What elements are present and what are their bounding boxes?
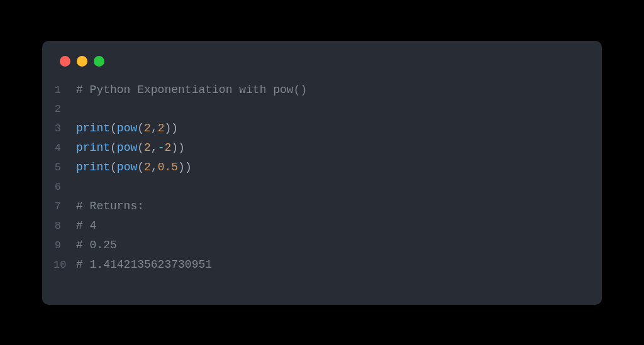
- token-punc: (: [110, 161, 117, 173]
- token-punc: (: [137, 122, 144, 134]
- code-content: # 1.4142135623730951: [76, 255, 212, 275]
- token-punc: ,: [151, 122, 158, 134]
- token-number: 2: [144, 161, 151, 173]
- token-number: 0.5: [158, 161, 178, 173]
- token-punc: ,: [151, 141, 158, 154]
- token-punc: (: [110, 122, 117, 134]
- code-content: # 4: [76, 216, 96, 236]
- code-line: 8# 4: [53, 216, 584, 236]
- code-line: 7# Returns:: [53, 197, 584, 216]
- window-titlebar: [42, 56, 602, 80]
- code-line: 9# 0.25: [53, 236, 584, 255]
- token-comment: # 0.25: [76, 239, 117, 251]
- line-number: 10: [53, 256, 76, 274]
- code-line: 3print(pow(2,2)): [53, 119, 584, 138]
- token-op: -: [158, 141, 165, 154]
- line-number: 2: [53, 100, 76, 118]
- code-window: 1# Python Exponentiation with pow()2 3pr…: [42, 41, 602, 305]
- token-builtin: pow: [117, 122, 137, 134]
- code-content: # Python Exponentiation with pow(): [76, 80, 307, 100]
- code-line: 4print(pow(2,-2)): [53, 138, 584, 158]
- token-comment: # Python Exponentiation with pow(): [76, 84, 307, 96]
- line-number: 6: [53, 178, 76, 196]
- line-number: 4: [53, 139, 76, 157]
- line-number: 8: [53, 217, 76, 235]
- token-punc: (: [110, 141, 117, 154]
- code-content: [76, 177, 83, 197]
- token-punc: (: [137, 161, 144, 173]
- line-number: 3: [53, 119, 76, 138]
- token-number: 2: [164, 141, 171, 154]
- token-number: 2: [158, 122, 165, 134]
- code-content: # Returns:: [76, 197, 144, 216]
- code-editor: 1# Python Exponentiation with pow()2 3pr…: [42, 80, 602, 275]
- line-number: 9: [53, 236, 76, 255]
- zoom-icon[interactable]: [94, 56, 104, 67]
- code-content: print(pow(2,2)): [76, 119, 178, 138]
- line-number: 5: [53, 158, 76, 177]
- code-content: # 0.25: [76, 236, 117, 255]
- token-punc: )): [164, 122, 178, 134]
- token-builtin: pow: [117, 161, 137, 173]
- line-number: 7: [53, 197, 76, 216]
- code-content: print(pow(2,-2)): [76, 138, 185, 158]
- code-content: [76, 99, 83, 119]
- token-punc: )): [178, 161, 192, 173]
- token-punc: )): [171, 141, 185, 154]
- code-line: 6: [53, 177, 584, 197]
- code-content: print(pow(2,0.5)): [76, 158, 192, 177]
- minimize-icon[interactable]: [77, 56, 87, 67]
- token-comment: # 1.4142135623730951: [76, 258, 212, 271]
- token-builtin: pow: [117, 141, 137, 154]
- token-builtin: print: [76, 122, 110, 134]
- token-builtin: print: [76, 141, 110, 154]
- code-line: 1# Python Exponentiation with pow(): [53, 80, 584, 100]
- code-line: 2: [53, 99, 584, 119]
- code-line: 10# 1.4142135623730951: [53, 255, 584, 275]
- line-number: 1: [53, 81, 76, 99]
- code-line: 5print(pow(2,0.5)): [53, 158, 584, 177]
- token-comment: # Returns:: [76, 200, 144, 212]
- token-comment: # 4: [76, 219, 96, 232]
- close-icon[interactable]: [60, 56, 70, 67]
- token-builtin: print: [76, 161, 110, 173]
- token-number: 2: [144, 122, 151, 134]
- token-punc: (: [137, 141, 144, 154]
- token-number: 2: [144, 141, 151, 154]
- token-punc: ,: [151, 161, 158, 173]
